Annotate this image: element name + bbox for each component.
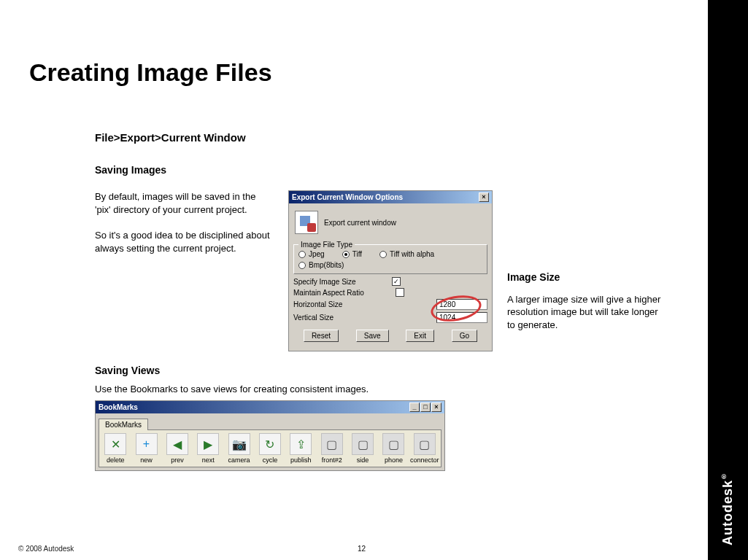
bookmark-connector[interactable]: ▢connector bbox=[410, 433, 439, 464]
bookmarks-title-text: BookMarks bbox=[99, 403, 138, 411]
prev-icon: ◀ bbox=[166, 433, 188, 455]
export-options-dialog: Export Current Window Options × Export c… bbox=[288, 190, 493, 351]
copyright-footer: © 2008 Autodesk bbox=[18, 545, 74, 553]
radio-tiff[interactable]: Tiff bbox=[342, 250, 362, 258]
saving-views-section: Saving Views Use the Bookmarks to save v… bbox=[95, 365, 679, 471]
bookmarks-max-button[interactable]: □ bbox=[420, 402, 431, 412]
menu-path: File>Export>Current Window bbox=[95, 131, 679, 144]
bookmark-camera[interactable]: 📷camera bbox=[224, 433, 253, 464]
camera-icon: 📷 bbox=[228, 433, 250, 455]
bookmark-phone[interactable]: ▢phone bbox=[379, 433, 408, 464]
dialog-header: Export current window bbox=[293, 208, 487, 241]
section-saving-views-heading: Saving Views bbox=[95, 365, 679, 376]
next-icon: ▶ bbox=[197, 433, 219, 455]
delete-icon: ✕ bbox=[104, 433, 126, 455]
label-vsize: Vertical Size bbox=[293, 314, 333, 322]
radio-jpeg[interactable]: Jpeg bbox=[298, 250, 325, 258]
brand-text: Autodesk® bbox=[720, 457, 736, 560]
new-icon: + bbox=[136, 433, 158, 455]
radio-tiff-alpha[interactable]: Tiff with alpha bbox=[379, 250, 434, 258]
bookmark-next[interactable]: ▶next bbox=[193, 433, 223, 464]
radio-bmp[interactable]: Bmp(8bits) bbox=[298, 261, 344, 269]
input-hsize[interactable]: 1280 bbox=[436, 299, 487, 310]
view-icon: ▢ bbox=[352, 433, 374, 455]
bookmark-side[interactable]: ▢side bbox=[348, 433, 377, 464]
bookmarks-toolbar: ✕delete +new ◀prev ▶next 📷camera ↻cycle … bbox=[99, 429, 442, 467]
checkbox-specify-size[interactable]: ✓ bbox=[392, 277, 401, 286]
label-hsize: Horizontal Size bbox=[293, 300, 342, 308]
dialog-buttons: Reset Save Exit Go bbox=[293, 325, 487, 346]
bookmark-front2[interactable]: ▢front#2 bbox=[317, 433, 347, 464]
dialog-body: Export current window Image File Type Jp… bbox=[289, 203, 492, 351]
checkbox-aspect[interactable] bbox=[396, 288, 404, 297]
page-number: 12 bbox=[358, 545, 366, 553]
dialog-heading: Export current window bbox=[324, 219, 396, 227]
para-discipline: So it's a good idea to be disciplined ab… bbox=[95, 229, 274, 254]
input-vsize[interactable]: 1024 bbox=[436, 312, 487, 323]
row-vsize: Vertical Size 1024 bbox=[293, 312, 487, 323]
go-button[interactable]: Go bbox=[452, 330, 477, 342]
saving-views-desc: Use the Bookmarks to save views for crea… bbox=[95, 384, 679, 394]
publish-icon: ⇪ bbox=[290, 433, 312, 455]
label-aspect: Maintain Aspect Ratio bbox=[293, 289, 364, 297]
label-specify-size: Specify Image Size bbox=[293, 278, 356, 286]
save-button[interactable]: Save bbox=[356, 330, 389, 342]
image-size-body: A larger image size will give a higher r… bbox=[507, 293, 664, 332]
slide-body: Creating Image Files File>Export>Current… bbox=[0, 0, 708, 560]
two-column-row: By default, images will be saved in the … bbox=[95, 190, 679, 351]
row-hsize: Horizontal Size 1280 bbox=[293, 299, 487, 310]
right-text-column: Image Size A larger image size will give… bbox=[507, 271, 664, 351]
dialog-title-text: Export Current Window Options bbox=[292, 193, 403, 201]
dialog-titlebar: Export Current Window Options × bbox=[289, 191, 492, 203]
row-specify-size: Specify Image Size ✓ bbox=[293, 277, 487, 286]
filetype-fieldset: Image File Type Jpeg Tiff Tiff with alph… bbox=[293, 244, 487, 274]
bookmark-cycle[interactable]: ↻cycle bbox=[255, 433, 285, 464]
view-icon: ▢ bbox=[414, 433, 436, 455]
para-pix-directory: By default, images will be saved in the … bbox=[95, 190, 274, 216]
image-size-heading: Image Size bbox=[507, 271, 664, 284]
bookmarks-min-button[interactable]: _ bbox=[409, 402, 420, 412]
bookmarks-tab[interactable]: BookMarks bbox=[99, 419, 148, 430]
brand-sidebar: Autodesk® bbox=[708, 0, 748, 560]
reset-button[interactable]: Reset bbox=[304, 330, 339, 342]
filetype-legend: Image File Type bbox=[298, 241, 355, 249]
bookmarks-close-button[interactable]: × bbox=[431, 402, 442, 412]
filetype-radios: Jpeg Tiff Tiff with alpha Bmp(8bits) bbox=[298, 250, 482, 269]
exit-button[interactable]: Exit bbox=[406, 330, 434, 342]
section-saving-images-heading: Saving Images bbox=[95, 164, 679, 176]
cycle-icon: ↻ bbox=[259, 433, 281, 455]
bookmark-delete[interactable]: ✕delete bbox=[101, 433, 130, 464]
page-title: Creating Image Files bbox=[29, 58, 272, 87]
left-text-column: By default, images will be saved in the … bbox=[95, 190, 274, 351]
bookmark-new[interactable]: +new bbox=[131, 433, 161, 464]
export-icon bbox=[295, 211, 318, 234]
bookmark-prev[interactable]: ◀prev bbox=[163, 433, 192, 464]
view-icon: ▢ bbox=[321, 433, 343, 455]
bookmark-publish[interactable]: ⇪publish bbox=[286, 433, 315, 464]
view-icon: ▢ bbox=[382, 433, 404, 455]
content-area: File>Export>Current Window Saving Images… bbox=[95, 131, 679, 471]
bookmarks-titlebar: BookMarks _ □ × bbox=[96, 401, 444, 413]
dialog-close-button[interactable]: × bbox=[479, 192, 489, 202]
bookmarks-body: BookMarks ✕delete +new ◀prev ▶next 📷came… bbox=[96, 413, 444, 470]
row-aspect: Maintain Aspect Ratio bbox=[293, 288, 487, 297]
export-dialog-wrapper: Export Current Window Options × Export c… bbox=[288, 190, 493, 351]
bookmarks-window: BookMarks _ □ × BookMarks ✕delete +new ◀… bbox=[95, 400, 445, 471]
